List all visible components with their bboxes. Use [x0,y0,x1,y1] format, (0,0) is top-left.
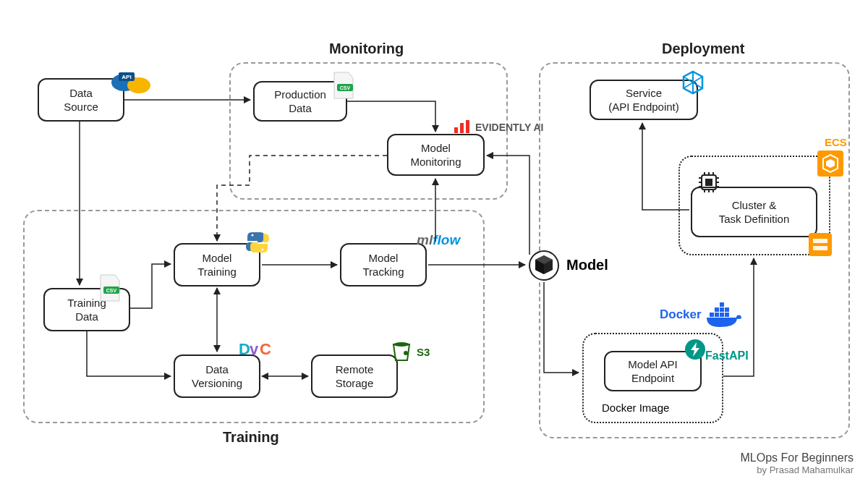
docker-label: Docker [660,307,702,322]
mlflow-label: mlflow [417,232,460,248]
cube-icon [528,250,560,284]
footer: MLOps For Beginners by Prasad Mahamulkar [740,451,854,475]
svg-text:v: v [250,340,259,358]
chip-icon [696,169,722,198]
aws-ecs-icon [816,149,845,181]
monitoring-title: Monitoring [329,41,404,57]
svg-rect-42 [720,313,724,317]
evidently-bars-icon [454,120,473,137]
svg-text:C: C [260,340,271,358]
hexagon-icon [680,69,706,98]
svg-point-11 [252,234,254,237]
svg-rect-44 [715,307,719,312]
model-label: Model [566,257,608,273]
svg-rect-37 [809,233,832,256]
ecs-label: ECS [825,136,847,148]
fastapi-label: FastAPI [705,349,749,362]
svg-text:API: API [122,74,131,80]
svg-rect-39 [813,246,827,250]
svg-point-16 [393,342,409,347]
svg-rect-8 [466,120,469,133]
svg-rect-7 [460,123,464,133]
svg-rect-38 [813,239,827,243]
aws-orange-icon [807,232,833,260]
svg-rect-47 [720,302,724,307]
dvc-icon: D v C [239,340,275,362]
training-title: Training [223,429,279,446]
docker-whale-icon [705,302,744,334]
s3-bucket-icon [391,340,412,366]
deployment-title: Deployment [662,41,744,57]
svg-text:D: D [239,340,250,358]
svg-rect-45 [720,307,724,312]
evidently-label: EVIDENTLY AI [475,122,543,133]
svg-point-17 [404,351,408,355]
s3-label: S3 [417,346,430,358]
python-icon [244,229,271,258]
svg-rect-46 [725,307,729,312]
svg-rect-23 [705,179,712,186]
svg-rect-43 [725,313,729,317]
model-tracking-node: ModelTracking [340,243,427,286]
svg-text:CSV: CSV [106,288,117,293]
footer-author: by Prasad Mahamulkar [740,464,854,475]
fastapi-bolt-icon [684,339,706,363]
csv-file-icon-2: CSV [98,273,122,305]
svg-rect-40 [710,313,714,317]
csv-file-icon: CSV [331,71,356,103]
model-monitoring-node: ModelMonitoring [387,134,485,176]
api-cloud-icon: API [110,67,153,101]
svg-point-12 [262,249,264,251]
svg-rect-41 [715,313,719,317]
svg-rect-6 [454,127,458,133]
remote-storage-node: RemoteStorage [311,354,398,398]
docker-image-label: Docker Image [602,402,669,414]
footer-title: MLOps For Beginners [740,451,854,464]
svg-text:CSV: CSV [340,85,351,90]
